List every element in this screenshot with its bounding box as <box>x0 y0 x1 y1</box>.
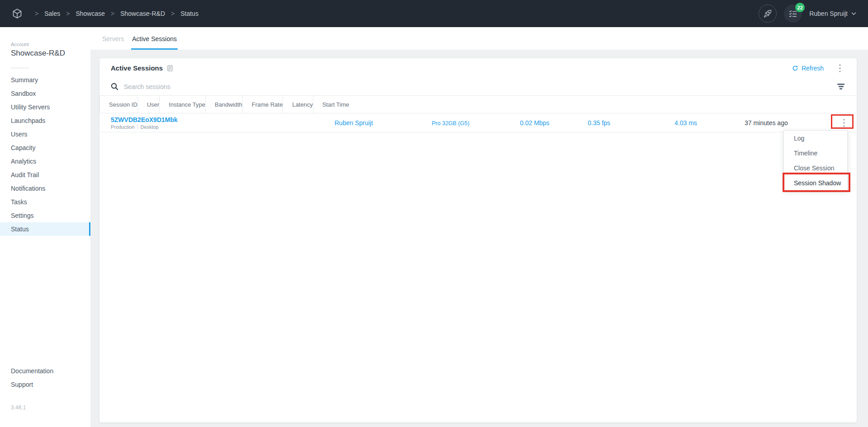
active-sessions-card: Active Sessions Refresh <box>99 58 857 422</box>
sidebar-footer-link-support[interactable]: Support <box>0 378 90 391</box>
sidebar-nav: Summary Sandbox Utility Servers Launchpa… <box>0 73 90 236</box>
menu-item-log[interactable]: Log <box>784 131 847 145</box>
tab-active-sessions[interactable]: Active Sessions <box>131 27 178 50</box>
sidebar-item-notifications[interactable]: Notifications <box>0 182 90 195</box>
cell-instance-type: Pro 32GB (G5) <box>423 119 511 127</box>
breadcrumb-entry-showcase: > Showcase <box>60 10 105 17</box>
sidebar-item-launchpads[interactable]: Launchpads <box>0 114 90 127</box>
app-logo-cube-icon[interactable] <box>12 8 23 19</box>
sidebar-item-settings[interactable]: Settings <box>0 209 90 222</box>
cell-user: Ruben Spruijt <box>326 119 423 127</box>
app-window: > Sales > Showcase > Showcase-R&D > Stat… <box>0 0 868 427</box>
sidebar-item-sandbox[interactable]: Sandbox <box>0 87 90 100</box>
breadcrumb-link[interactable]: Status <box>180 10 198 17</box>
card-header: Active Sessions Refresh <box>99 58 857 78</box>
breadcrumb-link[interactable]: Showcase-R&D <box>120 10 165 17</box>
search-input[interactable] <box>124 83 836 90</box>
session-kind: Desktop <box>141 124 159 130</box>
menu-item-label: Session Shadow <box>794 179 841 187</box>
notification-count-badge: 22 <box>795 3 805 12</box>
tab-label: Active Sessions <box>132 35 177 42</box>
search-icon <box>111 83 118 90</box>
user-link[interactable]: Ruben Spruijt <box>335 119 373 127</box>
refresh-button[interactable]: Refresh <box>792 65 824 72</box>
breadcrumb: > Sales > Showcase > Showcase-R&D > Stat… <box>29 10 198 17</box>
breadcrumb-link[interactable]: Sales <box>44 10 60 17</box>
sidebar-item-capacity[interactable]: Capacity <box>0 141 90 155</box>
row-actions-button[interactable] <box>839 117 849 128</box>
account-label: Account <box>11 42 29 47</box>
sidebar-item-tasks[interactable]: Tasks <box>0 195 90 209</box>
column-header-label: Instance Type <box>169 101 205 108</box>
sidebar-divider <box>11 68 29 68</box>
menu-item-label: Close Session <box>794 164 835 172</box>
frame-rate-value: 0.35 fps <box>588 119 610 127</box>
card-title: Active Sessions <box>111 64 163 72</box>
account-name: Showcase-R&D <box>11 49 65 58</box>
sidebar-item-label: Utility Servers <box>11 103 50 111</box>
column-header-label: Frame Rate <box>252 101 283 108</box>
tab-strip: Servers Active Sessions <box>90 27 868 50</box>
sidebar-footer-label: Support <box>11 381 33 388</box>
column-header-start-time: Start Time <box>313 96 349 113</box>
sidebar-item-status[interactable]: Status <box>0 222 90 236</box>
sidebar-item-label: Capacity <box>11 144 35 151</box>
session-id-link[interactable]: 5ZWVDB2EoX9D1Mbk <box>111 116 326 123</box>
version-label: 3.46.1 <box>11 404 26 411</box>
instance-type-value: Pro 32GB (G5) <box>432 120 469 127</box>
sidebar-item-label: Sandbox <box>11 90 36 97</box>
breadcrumb-entry-showcase-r-d: > Showcase-R&D <box>105 10 165 17</box>
sidebar-item-utility-servers[interactable]: Utility Servers <box>0 100 90 114</box>
bandwidth-value: 0.02 Mbps <box>520 119 549 127</box>
refresh-label: Refresh <box>802 65 824 72</box>
cell-latency: 4.03 ms <box>665 119 736 127</box>
breadcrumb-entry-status: > Status <box>165 10 198 17</box>
kebab-menu-icon <box>843 119 845 127</box>
start-time-value: 37 minutes ago <box>745 119 788 127</box>
breadcrumb-separator: > <box>66 10 70 17</box>
notifications-tasks-button[interactable]: 22 <box>784 5 802 23</box>
search-row <box>99 78 857 96</box>
sidebar-item-label: Audit Trail <box>11 171 39 178</box>
sidebar-item-users[interactable]: Users <box>0 127 90 141</box>
tab-servers[interactable]: Servers <box>101 27 125 50</box>
card-actions-button[interactable] <box>835 63 845 74</box>
session-subtext: Production Desktop <box>111 124 326 130</box>
menu-item-label: Log <box>794 135 804 142</box>
top-bar: > Sales > Showcase > Showcase-R&D > Stat… <box>0 0 868 27</box>
column-header-instance-type: Instance Type <box>159 96 205 113</box>
menu-item-timeline[interactable]: Timeline <box>784 145 847 160</box>
table-header: Session ID User Instance Type Bandwidth <box>99 96 857 113</box>
column-header-bandwidth: Bandwidth <box>205 96 242 113</box>
sidebar-item-label: Settings <box>11 212 34 219</box>
launch-rocket-button[interactable] <box>759 5 777 23</box>
breadcrumb-link[interactable]: Showcase <box>75 10 105 17</box>
column-header-label: Latency <box>292 101 313 108</box>
menu-item-session-shadow[interactable]: Session Shadow <box>784 175 847 190</box>
column-header-frame-rate: Frame Rate <box>242 96 283 113</box>
column-header-user: User <box>137 96 159 113</box>
sidebar-item-audit-trail[interactable]: Audit Trail <box>0 168 90 182</box>
cell-session-id: 5ZWVDB2EoX9D1Mbk Production Desktop <box>99 116 326 130</box>
user-menu[interactable]: Ruben Spruijt <box>809 10 856 17</box>
sidebar-item-label: Notifications <box>11 185 45 192</box>
main-content: Servers Active Sessions Active Sessions <box>90 27 868 427</box>
rocket-icon <box>763 9 772 18</box>
sidebar: Account Showcase-R&D Summary Sandbox Uti… <box>0 27 90 427</box>
document-icon[interactable] <box>167 65 173 71</box>
column-header-latency: Latency <box>283 96 313 113</box>
sidebar-footer: Documentation Support <box>0 364 90 391</box>
sidebar-item-label: Launchpads <box>11 117 45 124</box>
breadcrumb-separator: > <box>171 10 175 17</box>
sidebar-item-analytics[interactable]: Analytics <box>0 155 90 168</box>
sidebar-item-label: Users <box>11 131 28 138</box>
chevron-down-icon <box>851 12 856 15</box>
breadcrumb-separator: > <box>111 10 114 17</box>
sidebar-item-summary[interactable]: Summary <box>0 73 90 87</box>
filter-icon[interactable] <box>836 82 845 91</box>
breadcrumb-separator: > <box>35 10 38 17</box>
column-header-label: Bandwidth <box>215 101 242 108</box>
menu-item-close-session[interactable]: Close Session <box>784 160 847 175</box>
sidebar-footer-link-documentation[interactable]: Documentation <box>0 364 90 378</box>
subtext-divider <box>137 125 138 129</box>
